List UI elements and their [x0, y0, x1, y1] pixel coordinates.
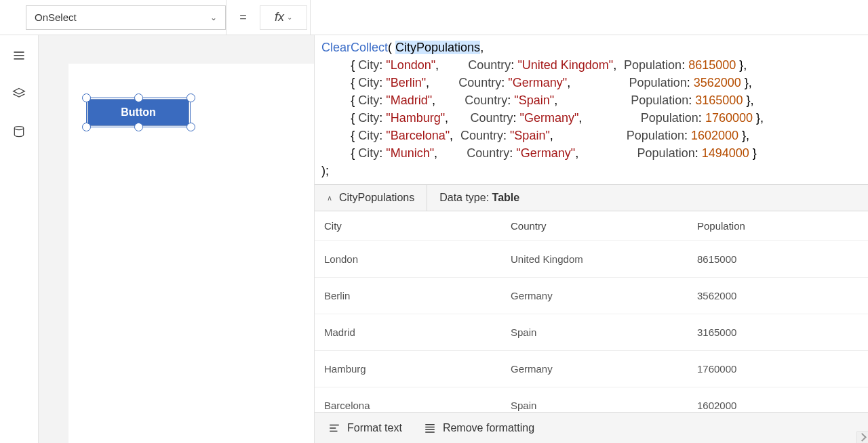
table-row[interactable]: BarcelonaSpain1602000: [315, 387, 868, 412]
remove-formatting-label: Remove formatting: [443, 422, 534, 434]
formula-editor[interactable]: ClearCollect( CityPopulations, { City: "…: [315, 35, 868, 184]
table-row[interactable]: HamburgGermany1760000: [315, 351, 868, 387]
remove-formatting-icon: [424, 422, 436, 434]
chevron-down-icon: ⌄: [210, 13, 217, 22]
cell-country: Spain: [511, 400, 697, 411]
canvas-area[interactable]: Button: [39, 35, 314, 443]
cell-city: London: [324, 253, 511, 265]
cell-city: Madrid: [324, 326, 511, 338]
cell-country: Germany: [511, 290, 697, 301]
selection-handle[interactable]: [134, 123, 143, 131]
layers-icon[interactable]: [12, 87, 26, 100]
selection-handle[interactable]: [186, 93, 195, 102]
result-table: City Country Population LondonUnited Kin…: [315, 211, 868, 412]
button-control[interactable]: Button: [87, 99, 189, 126]
table-header-country: Country: [511, 220, 697, 232]
cell-city: Barcelona: [324, 400, 511, 411]
table-header-row: City Country Population: [315, 211, 868, 241]
format-text-label: Format text: [347, 422, 402, 434]
cell-population: 1602000: [697, 400, 859, 411]
database-icon[interactable]: [12, 125, 26, 138]
chevron-up-icon: ∧: [327, 194, 332, 203]
format-text-icon: [328, 422, 340, 434]
datatype-value: Table: [492, 192, 520, 203]
table-header-city: City: [324, 220, 511, 232]
selection-handle[interactable]: [186, 123, 195, 131]
table-row[interactable]: BerlinGermany3562000: [315, 278, 868, 314]
cell-population: 8615000: [697, 253, 859, 265]
formula-footer: Format text Remove formatting: [315, 412, 868, 443]
datatype-label: Data type:: [439, 192, 492, 203]
cell-country: United Kingdom: [511, 253, 697, 265]
property-dropdown-value: OnSelect: [35, 12, 210, 23]
scroll-corner[interactable]: [856, 431, 868, 443]
chevron-down-icon: ⌄: [287, 14, 292, 21]
table-header-population: Population: [697, 220, 859, 232]
format-text-button[interactable]: Format text: [328, 422, 402, 434]
result-name: CityPopulations: [339, 192, 414, 204]
cell-city: Hamburg: [324, 363, 511, 375]
result-datatype-segment: Data type: Table: [427, 185, 532, 211]
selection-handle[interactable]: [134, 93, 143, 102]
property-dropdown[interactable]: OnSelect ⌄: [26, 5, 226, 30]
cell-country: Germany: [511, 363, 697, 375]
table-row[interactable]: MadridSpain3165000: [315, 314, 868, 351]
table-row[interactable]: LondonUnited Kingdom8615000: [315, 241, 868, 278]
result-name-segment[interactable]: ∧ CityPopulations: [315, 185, 427, 211]
hamburger-icon[interactable]: [12, 49, 26, 62]
equals-label: =: [226, 0, 260, 35]
formula-bar-spacer: [310, 0, 868, 35]
left-rail: [0, 35, 39, 443]
remove-formatting-button[interactable]: Remove formatting: [424, 422, 534, 434]
svg-point-4: [14, 127, 23, 130]
cell-population: 1760000: [697, 363, 859, 375]
cell-population: 3165000: [697, 326, 859, 338]
selection-handle[interactable]: [82, 123, 91, 131]
button-control-label: Button: [121, 106, 156, 119]
fx-label: fx: [275, 10, 284, 24]
selection-handle[interactable]: [82, 93, 91, 102]
result-header: ∧ CityPopulations Data type: Table: [315, 184, 868, 211]
fx-button[interactable]: fx ⌄: [260, 5, 307, 30]
svg-marker-3: [14, 89, 25, 94]
cell-country: Spain: [511, 326, 697, 338]
cell-population: 3562000: [697, 290, 859, 301]
cell-city: Berlin: [324, 290, 511, 301]
